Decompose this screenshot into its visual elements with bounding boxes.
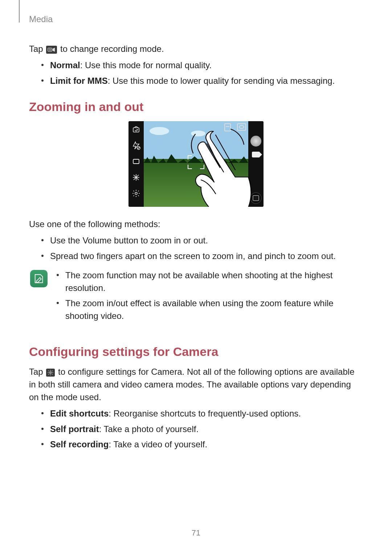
option-name: Limit for MMS — [50, 76, 108, 86]
list-item: Self portrait: Take a photo of yourself. — [41, 423, 363, 436]
list-item: Edit shortcuts: Reorganise shortcuts to … — [41, 407, 363, 420]
recording-mode-paragraph: Tap to change recording mode. — [29, 43, 363, 56]
option-name: Normal — [50, 60, 80, 70]
settings-gear-icon[interactable] — [132, 189, 140, 197]
autofocus-frame — [188, 155, 204, 169]
list-item: Limit for MMS: Use this mode to lower qu… — [41, 75, 363, 87]
svg-point-13 — [50, 372, 52, 374]
svg-line-18 — [49, 371, 49, 372]
document-page: Media Tap to change recording mode. Norm… — [0, 0, 392, 554]
camera-right-toolbar — [248, 121, 264, 207]
camera-top-icon — [237, 123, 246, 131]
recording-mode-list: Normal: Use this mode for normal quality… — [29, 59, 363, 87]
zoom-notes-block: The zoom function may not be available w… — [29, 269, 363, 332]
list-item: The zoom function may not be available w… — [57, 269, 363, 295]
text-fragment: to configure settings for Camera. Not al… — [29, 367, 355, 402]
text-fragment: to change recording mode. — [60, 44, 164, 54]
option-desc: : Use this mode to lower quality for sen… — [108, 76, 335, 86]
gallery-thumbnail-button[interactable] — [250, 192, 262, 204]
zoom-figure — [29, 121, 363, 210]
option-name: Edit shortcuts — [50, 409, 109, 418]
recording-mode-icon — [46, 46, 57, 54]
flash-off-icon[interactable] — [132, 141, 140, 149]
zoom-intro-text: Use one of the following methods: — [29, 218, 363, 231]
capture-photo-button[interactable] — [250, 136, 261, 147]
config-paragraph: Tap to configure settings for Camera. No… — [29, 366, 363, 403]
page-number: 71 — [192, 527, 200, 539]
text-fragment: Tap — [29, 367, 45, 377]
list-item: Normal: Use this mode for normal quality… — [41, 59, 363, 72]
option-name: Self portrait — [50, 424, 99, 434]
svg-marker-2 — [53, 48, 55, 52]
svg-rect-0 — [48, 48, 52, 51]
svg-line-6 — [138, 147, 140, 149]
option-name: Self recording — [50, 439, 109, 449]
zoom-methods-list: Use the Volume button to zoom in or out.… — [29, 234, 363, 263]
svg-marker-4 — [133, 142, 139, 149]
svg-rect-3 — [133, 128, 139, 132]
switch-camera-icon[interactable] — [132, 125, 140, 134]
config-options-list: Edit shortcuts: Reorganise shortcuts to … — [29, 407, 363, 451]
memory-indicator-icon — [224, 123, 231, 131]
camera-viewfinder[interactable] — [144, 121, 248, 207]
note-icon — [30, 270, 48, 287]
option-desc: : Take a video of yourself. — [109, 439, 207, 449]
config-heading: Configuring settings for Camera — [29, 343, 363, 361]
svg-point-1 — [49, 49, 51, 51]
option-desc: : Use this mode for normal quality. — [80, 60, 212, 70]
svg-rect-7 — [133, 159, 139, 164]
camera-left-toolbar — [128, 121, 144, 207]
record-video-button[interactable] — [252, 152, 260, 157]
list-item: The zoom in/out effect is available when… — [57, 297, 363, 323]
camera-app-screenshot — [128, 121, 264, 207]
zoom-heading: Zooming in and out — [29, 98, 363, 116]
list-item: Self recording: Take a video of yourself… — [41, 438, 363, 451]
mode-box-icon[interactable] — [132, 157, 140, 165]
svg-point-12 — [135, 192, 137, 194]
svg-line-20 — [52, 371, 53, 372]
settings-gear-icon — [46, 369, 55, 377]
svg-line-19 — [52, 374, 53, 375]
text-fragment: Tap — [29, 44, 45, 54]
option-desc: : Reorganise shortcuts to frequently-use… — [109, 409, 301, 418]
section-header: Media — [29, 13, 53, 26]
list-item: Spread two fingers apart on the screen t… — [41, 250, 363, 263]
svg-line-21 — [49, 374, 49, 375]
list-item: Use the Volume button to zoom in or out. — [41, 234, 363, 247]
effects-icon[interactable] — [132, 173, 140, 181]
option-desc: : Take a photo of yourself. — [99, 424, 199, 434]
page-tab-mark — [19, 0, 20, 22]
